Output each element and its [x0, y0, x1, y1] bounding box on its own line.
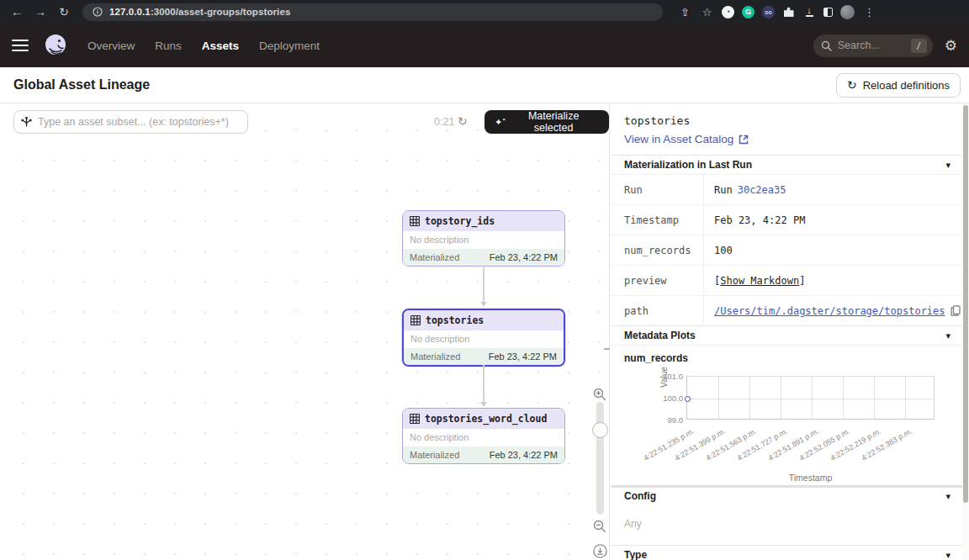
browser-menu-icon[interactable]: ⋮ — [862, 6, 876, 18]
config-value: Any — [611, 505, 962, 545]
asset-node-status: Materialized Feb 23, 4:22 PM — [404, 348, 564, 365]
back-icon[interactable]: ← — [7, 0, 27, 24]
status-label: Materialized — [410, 252, 459, 262]
forward-icon[interactable]: → — [30, 0, 50, 24]
site-info-icon[interactable] — [93, 7, 103, 17]
nav-item-overview[interactable]: Overview — [87, 40, 135, 52]
chart-data-point[interactable] — [685, 396, 691, 402]
section-type[interactable]: Type ▾ — [611, 545, 962, 560]
nav-item-runs[interactable]: Runs — [155, 40, 182, 52]
copy-icon[interactable] — [950, 305, 961, 316]
fit-to-view-icon[interactable] — [593, 544, 607, 558]
table-asset-icon — [410, 414, 420, 424]
row-label: Run — [611, 175, 703, 204]
show-markdown-link[interactable]: Show Markdown — [720, 275, 799, 287]
asset-detail-panel: topstories View in Asset Catalog Materia… — [611, 103, 969, 560]
bracket-open: [ — [714, 275, 720, 287]
chevron-down-icon: ▾ — [945, 160, 950, 171]
panel-resize-handle[interactable] — [604, 348, 610, 350]
status-label: Materialized — [410, 351, 460, 362]
path-link[interactable]: /Users/tim/.dagster/storage/topstories — [714, 305, 945, 317]
section-metadata-plots[interactable]: Metadata Plots ▾ — [611, 325, 962, 345]
graph-refresh-icon[interactable]: ↻ — [458, 114, 468, 128]
extension-clock-icon[interactable]: ◔ — [722, 6, 734, 18]
asset-node-topstory-ids[interactable]: topstory_ids No description Materialized… — [402, 210, 565, 267]
row-label: preview — [611, 266, 703, 295]
view-in-asset-catalog-link[interactable]: View in Asset Catalog — [624, 133, 949, 145]
run-id-link[interactable]: 30c2ea35 — [738, 184, 786, 196]
hamburger-menu-icon[interactable] — [12, 40, 29, 52]
section-title: Type — [624, 549, 647, 560]
chevron-down-icon: ▾ — [945, 330, 950, 341]
zoom-slider-track[interactable] — [596, 402, 604, 515]
panel-scrollbar-thumb[interactable] — [963, 105, 968, 503]
bracket-close: ] — [799, 275, 805, 287]
url-text: 127.0.0.1:3000/asset-groups/topstories — [109, 7, 290, 17]
materialize-selected-button[interactable]: ✦ Materialize selected — [484, 110, 609, 134]
selected-asset-name: topstories — [624, 114, 949, 127]
asset-filter-box[interactable] — [13, 110, 248, 134]
metadata-row-timestamp: Timestamp Feb 23, 4:22 PM — [611, 204, 962, 235]
section-materialization-last-run[interactable]: Materialization in Last Run ▾ — [611, 155, 962, 174]
reload-definitions-button[interactable]: ↻ Reload definitions — [836, 73, 961, 98]
chart-plot-area — [686, 376, 935, 420]
metadata-row-run: Run Run 30c2ea35 — [611, 174, 962, 204]
dagster-logo[interactable] — [42, 32, 69, 59]
asset-filter-input[interactable] — [38, 116, 241, 128]
section-title: Metadata Plots — [624, 330, 696, 341]
reload-definitions-label: Reload definitions — [863, 79, 950, 92]
extensions-puzzle-icon[interactable] — [782, 6, 795, 18]
zoom-out-icon[interactable] — [593, 520, 606, 533]
nav-item-assets[interactable]: Assets — [202, 40, 239, 52]
download-arrow-glyph: ↓ — [807, 7, 812, 14]
materialize-selected-label: Materialize selected — [508, 110, 599, 134]
browser-profile-avatar[interactable] — [840, 5, 855, 19]
reading-list-icon[interactable] — [823, 8, 833, 17]
asset-node-name: topstories — [426, 314, 484, 326]
section-title: Config — [624, 490, 656, 502]
nav-item-deployment[interactable]: Deployment — [259, 40, 320, 52]
num-records-chart: Value 101.0 100.0 99.0 4:22:51.235 p.m. … — [611, 367, 962, 485]
asset-node-description: No description — [404, 330, 564, 348]
extension-grammarly-icon[interactable]: G — [742, 6, 755, 18]
asset-node-description: No description — [403, 231, 564, 249]
external-link-icon — [739, 135, 749, 145]
chevron-down-icon: ▾ — [945, 550, 950, 560]
puzzle-shape — [784, 7, 794, 17]
zoom-slider-handle[interactable] — [592, 422, 608, 438]
table-asset-icon — [410, 216, 420, 226]
app-navbar: Overview Runs Assets Deployment Search..… — [0, 24, 969, 67]
asset-node-header: topstories — [404, 310, 564, 330]
lineage-edge — [483, 365, 484, 403]
y-tick: 100.0 — [654, 394, 683, 403]
asset-node-status: Materialized Feb 23, 4:22 PM — [403, 249, 564, 266]
global-search-input[interactable]: Search... / — [813, 34, 933, 57]
reload-icon[interactable]: ↻ — [54, 0, 74, 24]
asset-node-status: Materialized Feb 23, 4:22 PM — [403, 446, 564, 463]
share-icon[interactable]: ⇧ — [678, 6, 692, 18]
reload-definitions-icon: ↻ — [847, 79, 857, 91]
run-prefix: Run — [714, 184, 733, 196]
settings-gear-icon[interactable]: ⚙ — [945, 37, 957, 55]
downloads-icon[interactable]: ↓ — [802, 7, 816, 17]
refresh-timer: 0:21 — [434, 116, 454, 128]
status-time: Feb 23, 4:22 PM — [489, 351, 557, 362]
asset-node-name: topstory_ids — [425, 215, 495, 227]
bookmark-star-icon[interactable]: ☆ — [700, 6, 714, 18]
address-bar[interactable]: 127.0.0.1:3000/asset-groups/topstories — [82, 3, 663, 21]
extension-goggles-icon[interactable]: oo — [762, 6, 775, 18]
status-label: Materialized — [410, 450, 459, 460]
section-config[interactable]: Config ▾ — [611, 485, 962, 505]
y-tick: 101.0 — [654, 372, 683, 381]
row-value: 100 — [703, 235, 962, 265]
search-shortcut-badge: / — [911, 39, 927, 53]
zoom-in-icon[interactable] — [593, 388, 606, 401]
sparkle-icon: ✦ — [495, 118, 502, 127]
asset-lineage-graph[interactable]: 0:21 ↻ ✦ Materialize selected topstory_i… — [0, 103, 610, 560]
table-asset-icon — [410, 315, 421, 325]
panel-scrollbar[interactable] — [962, 103, 969, 560]
chart-x-axis-label: Timestamp — [686, 473, 935, 483]
lineage-edge — [483, 266, 484, 303]
asset-node-topstories-word-cloud[interactable]: topstories_word_cloud No description Mat… — [402, 408, 565, 464]
asset-node-topstories[interactable]: topstories No description Materialized F… — [402, 309, 565, 367]
